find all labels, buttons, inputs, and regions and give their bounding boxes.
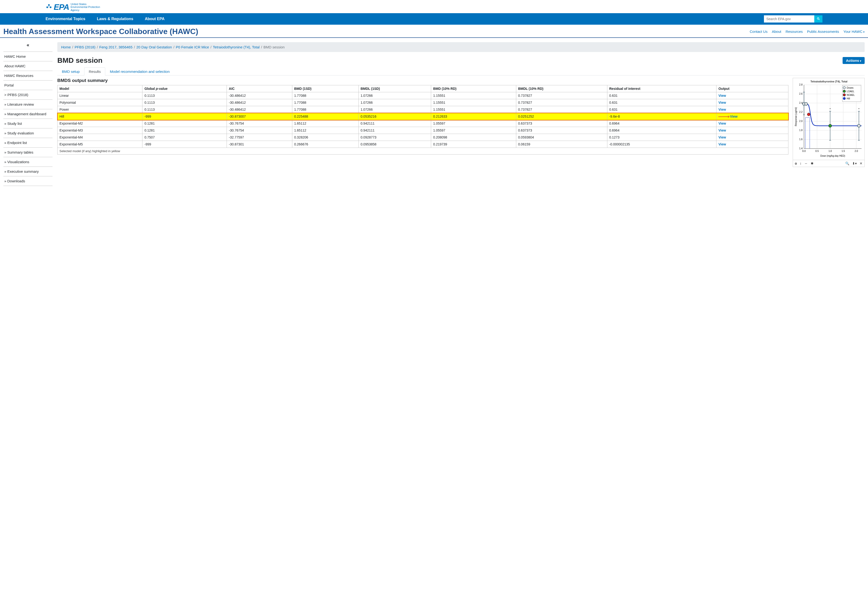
table-cell: 0.06159 [516,141,607,148]
breadcrumb-link[interactable]: Home [61,45,71,49]
link-your-hawc[interactable]: Your HAWC [843,29,865,34]
table-header: BMDL (1SD) [359,85,431,92]
table-cell: 0.637373 [516,120,607,127]
table-header: Output [716,85,788,92]
table-cell-output: View [716,113,788,120]
view-link[interactable]: View [718,122,726,125]
svg-text:1.0: 1.0 [828,150,832,152]
sidebar-item[interactable]: About HAWC [3,61,53,71]
sidebar-item[interactable]: » Literature review [3,99,53,109]
table-cell: 0.631 [607,99,716,106]
top-nav-bar: Environmental Topics Laws & Regulations … [0,13,868,25]
actions-button[interactable]: Actions [843,57,865,64]
breadcrumb-link[interactable]: PFBS (2018) [75,45,96,49]
nav-env-topics[interactable]: Environmental Topics [46,17,86,21]
table-header: Model [58,85,142,92]
app-title[interactable]: Health Assessment Workspace Collaborativ… [3,27,198,36]
view-link[interactable]: View [718,142,726,146]
breadcrumb-current: BMD session [264,45,285,49]
chart-horiz-icon[interactable]: ↔ [805,162,808,165]
table-cell: 1.65112 [292,127,359,134]
sidebar-item[interactable]: » Visualizations [3,157,53,166]
table-cell: 0.1113 [142,99,227,106]
link-about[interactable]: About [772,29,781,34]
sidebar-item[interactable]: » Study list [3,119,53,128]
nav-laws-regs[interactable]: Laws & Regulations [97,17,133,21]
sidebar-item[interactable]: > PFBS (2018) [3,90,53,99]
svg-point-5 [817,18,819,19]
svg-text:Dose (mg/kg-day HED): Dose (mg/kg-day HED) [820,155,845,157]
view-link[interactable]: View [730,115,738,118]
epa-logo[interactable]: EPA United States Environmental Protecti… [46,2,100,12]
svg-text:Hill: Hill [847,97,850,100]
sidebar-item[interactable]: HAWC Home [3,52,53,61]
table-row: Exponential-M30.1281-30.767541.651120.94… [58,127,788,134]
link-public-assessments[interactable]: Public Assessments [807,29,839,34]
svg-text:2.0: 2.0 [855,150,858,152]
chart-zoom-icon[interactable]: 🔍 [845,162,849,165]
sidebar-item[interactable]: Portal [3,80,53,90]
breadcrumb-link[interactable]: Tetraiodothyronine (T4), Total [213,45,260,49]
epa-flower-icon [46,3,52,11]
view-link[interactable]: View [718,128,726,132]
table-row: Exponential-M40.7507-32.775970.3282060.0… [58,134,788,141]
view-link[interactable]: View [718,135,726,139]
view-link[interactable]: View [718,101,726,104]
table-cell: 0.631 [607,92,716,99]
tab[interactable]: BMD setup [57,67,84,75]
svg-text:1.8: 1.8 [799,129,803,131]
chart-add-icon[interactable]: o [795,162,797,165]
table-cell-output: View [716,120,788,127]
tab[interactable]: Results [84,67,105,75]
breadcrumb-link[interactable]: P0 Female ICR Mice [176,45,209,49]
sidebar-item[interactable]: » Downloads [3,176,53,186]
epa-acronym: EPA [54,2,69,12]
search-box [764,15,822,22]
svg-text:0.0: 0.0 [802,150,806,152]
table-cell: Exponential-M5 [58,141,142,148]
breadcrumb-link[interactable]: 20 Day Oral Gestation [136,45,172,49]
svg-text:NOAEL: NOAEL [847,94,855,96]
table-cell: Exponential-M2 [58,120,142,127]
table-cell: 0.737827 [516,106,607,113]
nav-about-epa[interactable]: About EPA [145,17,164,21]
view-link[interactable]: View [718,94,726,97]
table-cell: -999 [142,141,227,148]
tabs: BMD setupResultsModel recommendation and… [57,67,865,75]
link-resources[interactable]: Resources [785,29,803,34]
svg-point-47 [805,103,807,105]
sidebar-item[interactable]: » Endpoint list [3,138,53,147]
table-cell: 0.1113 [142,92,227,99]
table-cell: 0.1113 [142,106,227,113]
chart-panel: Tetraiodothyronine (T4), Total0.00.51.01… [793,78,865,167]
sidebar-collapse-icon[interactable]: « [3,42,53,48]
table-cell: 1.05597 [431,127,516,134]
sidebar-item[interactable]: » Summary tables [3,147,53,157]
table-cell: 0.225488 [292,113,359,120]
table-footer-note: Selected model (if any) highlighted in y… [58,148,788,155]
chart-vert-icon[interactable]: ↕ [800,162,802,165]
link-contact-us[interactable]: Contact Us [750,29,768,34]
breadcrumb-link[interactable]: Feng 2017, 3856465 [99,45,132,49]
table-cell-output: View [716,106,788,113]
chart-close-icon[interactable]: ✕ [860,162,862,165]
view-link[interactable]: View [718,107,726,112]
table-cell-output: View [716,127,788,134]
table-cell: 1.07266 [359,92,431,99]
svg-text:Response (ug/ml): Response (ug/ml) [795,107,797,126]
table-cell: Hill [58,113,142,120]
table-cell: 0.1281 [142,120,227,127]
chart-settings-icon[interactable]: ✱ [811,162,813,165]
table-cell: 0.6964 [607,120,716,127]
search-button[interactable] [814,15,822,22]
chart-download-icon[interactable]: ⬇▾ [852,162,857,165]
app-links: Contact Us About Resources Public Assess… [750,29,865,34]
sidebar-item[interactable]: » Study evaluation [3,128,53,138]
sidebar-item[interactable]: » Executive summary [3,166,53,176]
table-cell: 0.631 [607,106,716,113]
tab[interactable]: Model recommendation and selection [105,67,174,75]
sidebar-item[interactable]: » Management dashboard [3,109,53,119]
sidebar-item[interactable]: HAWC Resources [3,71,53,80]
table-cell: Linear [58,92,142,99]
search-input[interactable] [764,15,814,22]
